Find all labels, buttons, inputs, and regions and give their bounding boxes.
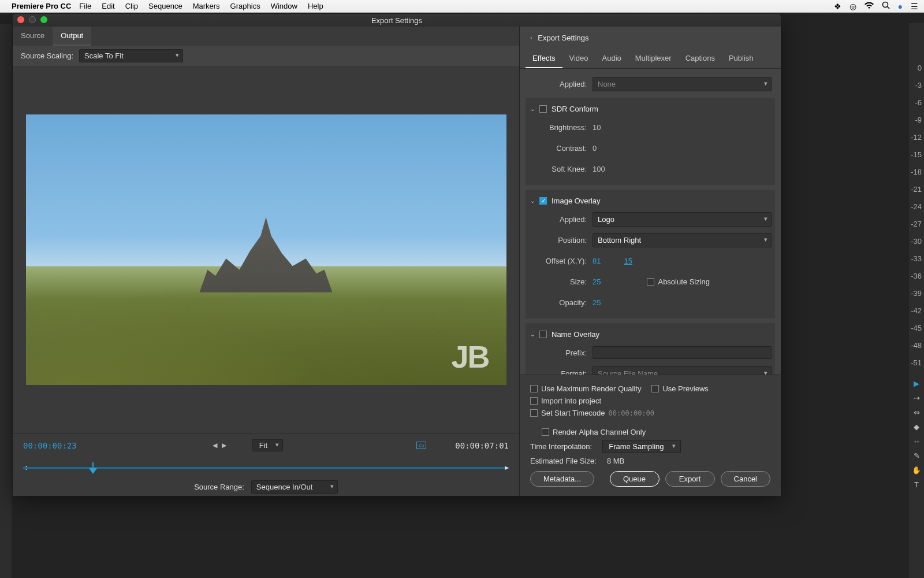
step-fwd-icon[interactable]: ▶	[222, 442, 226, 449]
chevron-down-icon[interactable]: ⌄	[530, 331, 535, 338]
cancel-button[interactable]: Cancel	[721, 471, 770, 487]
use-previews-label: Use Previews	[662, 384, 708, 393]
tab-captions[interactable]: Captions	[679, 49, 722, 68]
chevron-right-icon[interactable]: ›	[530, 35, 532, 41]
tab-source[interactable]: Source	[13, 27, 53, 46]
sdr-softknee-value[interactable]: 100	[593, 165, 605, 173]
scrub-handle[interactable]	[89, 462, 97, 474]
spotlight-icon[interactable]	[882, 1, 890, 11]
queue-button[interactable]: Queue	[610, 471, 660, 487]
name-overlay-title: Name Overlay	[552, 330, 599, 339]
status-icon[interactable]: ❖	[834, 2, 841, 11]
chevron-down-icon[interactable]: ⌄	[530, 106, 535, 112]
source-scaling-dropdown[interactable]: Scale To Fit	[79, 49, 183, 62]
use-previews-checkbox[interactable]	[651, 385, 659, 392]
tool-slip-icon[interactable]: ↔	[913, 437, 921, 446]
step-back-icon[interactable]: ◀	[213, 442, 217, 449]
overlay-watermark: JB	[451, 339, 489, 375]
window-minimize-icon[interactable]	[29, 16, 36, 23]
sdr-conform-section: ⌄ SDR Conform Brightness:10 Contrast:0 S…	[526, 98, 775, 185]
svg-line-1	[887, 7, 889, 9]
lumetri-applied-dropdown[interactable]: None	[593, 77, 772, 91]
export-footer: Use Maximum Render Quality Use Previews …	[520, 375, 781, 496]
set-start-tc-value[interactable]: 00:00:00:00	[609, 409, 654, 417]
zoom-fit-dropdown[interactable]: Fit	[252, 439, 283, 451]
tab-video[interactable]: Video	[562, 49, 595, 68]
tool-strip: ▶ ⇢ ⇔ ◆ ↔ ✎ ✋ T	[909, 375, 924, 578]
siri-icon[interactable]: ●	[898, 2, 903, 11]
sdr-contrast-label: Contrast:	[529, 144, 593, 153]
effects-scroll[interactable]: Applied: None ⌄ SDR Conform Brightness:1…	[520, 69, 781, 375]
menu-window[interactable]: Window	[271, 2, 297, 10]
window-maximize-icon[interactable]	[40, 16, 47, 23]
absolute-sizing-label: Absolute Sizing	[658, 277, 710, 286]
chevron-down-icon[interactable]: ⌄	[530, 198, 535, 204]
tool-pen-icon[interactable]: ✎	[914, 451, 920, 460]
name-prefix-input[interactable]	[593, 346, 772, 359]
scrub-row[interactable]: ◀ ▶	[13, 457, 519, 477]
sdr-brightness-value[interactable]: 10	[593, 123, 601, 132]
overlay-position-dropdown[interactable]: Bottom Right	[593, 233, 772, 247]
overlay-opacity-value[interactable]: 25	[593, 298, 601, 307]
mac-menubar: Premiere Pro CC File Edit Clip Sequence …	[0, 0, 924, 13]
wifi-icon[interactable]	[865, 2, 874, 11]
image-overlay-section: ⌄ ✓ Image Overlay Applied:Logo Position:…	[526, 190, 775, 318]
menu-graphics[interactable]: Graphics	[230, 2, 260, 10]
app-name[interactable]: Premiere Pro CC	[12, 2, 71, 10]
export-button[interactable]: Export	[665, 471, 715, 487]
menu-edit[interactable]: Edit	[102, 2, 114, 10]
tab-multiplexer[interactable]: Multiplexer	[628, 49, 679, 68]
metadata-button[interactable]: Metadata...	[530, 471, 594, 487]
name-format-label: Format:	[529, 369, 593, 375]
settings-pane: › Export Settings Effects Video Audio Mu…	[520, 27, 781, 496]
alpha-only-checkbox[interactable]	[542, 428, 549, 436]
overlay-size-value[interactable]: 25	[593, 277, 601, 286]
menu-file[interactable]: File	[79, 2, 91, 10]
tab-publish[interactable]: Publish	[722, 49, 761, 68]
max-quality-checkbox[interactable]	[530, 385, 538, 392]
menu-markers[interactable]: Markers	[193, 2, 220, 10]
overlay-offset-y[interactable]: 15	[624, 257, 632, 265]
time-interp-dropdown[interactable]: Frame Sampling	[602, 440, 680, 453]
sdr-contrast-value[interactable]: 0	[593, 144, 597, 153]
overlay-offset-x[interactable]: 81	[593, 257, 601, 265]
window-close-icon[interactable]	[17, 16, 24, 23]
overlay-applied-label: Applied:	[529, 215, 593, 224]
tool-rolling-icon[interactable]: ⇔	[914, 408, 920, 417]
notification-center-icon[interactable]: ☰	[911, 2, 918, 11]
name-format-dropdown[interactable]: Source File Name	[593, 366, 772, 375]
lumetri-applied-label: Applied:	[529, 80, 593, 88]
absolute-sizing-checkbox[interactable]	[647, 278, 654, 286]
image-overlay-checkbox[interactable]: ✓	[539, 197, 547, 205]
menu-clip[interactable]: Clip	[125, 2, 138, 10]
name-overlay-section: ⌄ Name Overlay Prefix: Format:Source Fil…	[526, 323, 775, 375]
source-scaling-label: Source Scaling:	[21, 51, 73, 60]
name-overlay-checkbox[interactable]	[539, 331, 547, 338]
name-prefix-label: Prefix:	[529, 349, 593, 357]
timecode-in[interactable]: 00:00:00:23	[23, 441, 77, 450]
modal-titlebar: Export Settings	[13, 14, 781, 27]
source-range-dropdown[interactable]: Sequence In/Out	[251, 480, 338, 494]
menu-sequence[interactable]: Sequence	[148, 2, 182, 10]
set-start-tc-checkbox[interactable]	[530, 409, 538, 417]
tab-effects[interactable]: Effects	[526, 49, 562, 68]
sdr-softknee-label: Soft Knee:	[529, 165, 593, 173]
creative-cloud-icon[interactable]: ◎	[850, 2, 856, 11]
tab-audio[interactable]: Audio	[595, 49, 628, 68]
source-range-label: Source Range:	[194, 483, 244, 491]
tool-hand-icon[interactable]: ✋	[912, 466, 921, 475]
max-quality-label: Use Maximum Render Quality	[541, 384, 641, 393]
overlay-applied-dropdown[interactable]: Logo	[593, 212, 772, 227]
tool-razor-icon[interactable]: ◆	[914, 423, 919, 431]
preview-tabs: Source Output	[13, 27, 519, 46]
tool-ripple-icon[interactable]: ⇢	[914, 394, 920, 402]
aspect-icon[interactable]: ▭	[416, 442, 426, 449]
tab-output[interactable]: Output	[53, 27, 91, 46]
sdr-checkbox[interactable]	[539, 105, 547, 113]
menu-help[interactable]: Help	[308, 2, 323, 10]
tool-selection-icon[interactable]: ▶	[914, 379, 919, 388]
tool-type-icon[interactable]: T	[914, 480, 919, 489]
export-settings-header: Export Settings	[538, 34, 588, 42]
set-start-tc-label: Set Start Timecode	[541, 409, 605, 417]
import-project-checkbox[interactable]	[530, 397, 538, 405]
